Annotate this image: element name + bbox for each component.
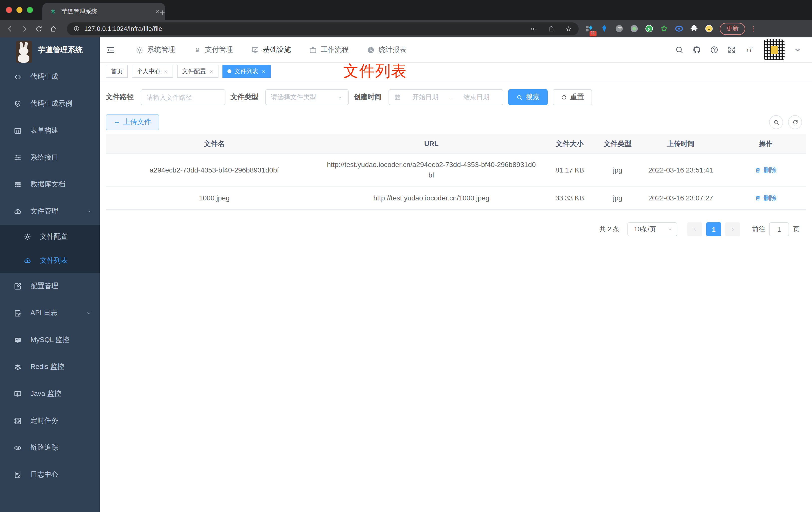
pagination-total: 共 2 条 <box>599 225 619 234</box>
next-page-button[interactable] <box>725 222 740 236</box>
sidebar-item-tracing[interactable]: 链路追踪 <box>0 434 100 461</box>
sidebar-item-code-generation[interactable]: 代码生成 <box>0 63 100 90</box>
sidebar: 芋道管理系统 代码生成 代码生成示例 表单构建 系统接口 <box>0 37 100 512</box>
svg-text:¥: ¥ <box>196 47 200 53</box>
sidebar-item-db-doc[interactable]: 数据库文档 <box>0 171 100 198</box>
extensions-puzzle-icon[interactable] <box>689 24 699 33</box>
app-logo-row[interactable]: 芋道管理系统 <box>0 37 100 62</box>
tag-close-icon[interactable] <box>261 69 266 73</box>
sidebar-item-file-management[interactable]: 文件管理 <box>0 198 100 225</box>
tag-file-list[interactable]: 文件列表 <box>223 65 271 78</box>
chevron-right-icon <box>730 226 736 232</box>
window-zoom-button[interactable] <box>27 7 33 13</box>
browser-menu-icon[interactable] <box>749 25 757 33</box>
home-button[interactable] <box>49 25 57 33</box>
sidebar-item-redis-monitor[interactable]: Redis 监控 <box>0 354 100 381</box>
site-info-icon[interactable] <box>73 25 80 32</box>
sidebar-item-log-center[interactable]: 日志中心 <box>0 461 100 488</box>
top-nav-label: 基础设施 <box>263 46 291 54</box>
extension-grid-icon[interactable]: 11 <box>585 24 594 33</box>
sidebar-item-mysql-monitor[interactable]: MySQL 监控 <box>0 327 100 354</box>
plus-icon <box>114 119 120 125</box>
github-icon[interactable] <box>692 46 701 54</box>
browser-tab[interactable]: 芋道管理系统 <box>42 3 165 20</box>
top-nav-workflow[interactable]: 工作流程 <box>309 46 349 54</box>
tag-file-config[interactable]: 文件配置 <box>177 65 219 78</box>
window-minimize-button[interactable] <box>17 7 23 13</box>
eye-icon <box>13 444 22 452</box>
header-actions: tT <box>675 39 802 60</box>
forward-button[interactable] <box>21 25 28 33</box>
delete-button[interactable]: 删除 <box>755 165 777 175</box>
help-icon[interactable] <box>710 46 719 54</box>
sidebar-item-label: 定时任务 <box>30 416 58 425</box>
tag-close-icon[interactable] <box>209 69 213 73</box>
toggle-search-button[interactable] <box>769 115 783 129</box>
share-icon[interactable] <box>548 25 555 32</box>
page-size-select[interactable]: 10条/页 <box>628 222 677 236</box>
url-text[interactable]: 127.0.0.1:1024/infra/file/file <box>84 25 520 32</box>
reset-button[interactable]: 重置 <box>553 89 592 105</box>
extension-gray-dot-icon[interactable] <box>630 24 639 33</box>
delete-button[interactable]: 删除 <box>755 193 777 203</box>
extension-y-icon[interactable]: y <box>644 24 654 33</box>
sidebar-collapse-icon[interactable] <box>106 45 115 55</box>
sidebar-item-scheduled-tasks[interactable]: 定时任务 <box>0 407 100 434</box>
new-tab-button[interactable] <box>158 9 166 17</box>
address-bar[interactable]: 127.0.0.1:1024/infra/file/file <box>67 22 579 35</box>
top-nav-system[interactable]: 系统管理 <box>135 46 175 54</box>
reset-button-label: 重置 <box>570 93 584 102</box>
avatar-qr-image[interactable] <box>764 39 785 60</box>
select-placeholder: 请选择文件类型 <box>271 93 337 102</box>
sidebar-item-label: 配置管理 <box>30 282 58 291</box>
window-close-button[interactable] <box>6 7 12 13</box>
cell-type: jpg <box>600 187 636 209</box>
extension-command-icon[interactable]: ⌘ <box>614 24 624 33</box>
file-path-input[interactable] <box>141 89 226 105</box>
goto-page-input[interactable] <box>769 222 789 236</box>
file-type-select[interactable]: 请选择文件类型 <box>265 89 349 105</box>
gear-icon <box>24 233 31 241</box>
font-size-icon[interactable]: tT <box>745 46 754 54</box>
sidebar-item-api-log[interactable]: API 日志 <box>0 300 100 327</box>
fullscreen-icon[interactable] <box>727 46 736 54</box>
tab-favicon-plant-icon <box>49 8 57 15</box>
sidebar-item-code-gen-example[interactable]: 代码生成示例 <box>0 90 100 117</box>
extension-kite-icon[interactable] <box>600 24 609 33</box>
svg-text:t: t <box>747 48 748 53</box>
sidebar-item-system-api[interactable]: 系统接口 <box>0 144 100 171</box>
chevron-down-icon[interactable] <box>793 46 802 54</box>
extension-eye-icon[interactable] <box>674 24 684 33</box>
col-header-time: 上传时间 <box>636 138 725 149</box>
screenshot-root: 芋道管理系统 127.0.0.1:1024/infra/file/file 11… <box>0 0 812 512</box>
create-time-range-picker[interactable]: 开始日期 - 结束日期 <box>388 89 503 105</box>
tag-profile[interactable]: 个人中心 <box>132 65 173 78</box>
edit-note-icon <box>13 309 22 317</box>
back-button[interactable] <box>6 25 14 33</box>
cell-size: 33.33 KB <box>540 187 600 209</box>
extension-emoji-icon[interactable] <box>704 24 714 33</box>
reload-button[interactable] <box>35 25 43 33</box>
tag-close-icon[interactable] <box>164 69 168 73</box>
tag-home[interactable]: 首页 <box>106 65 128 78</box>
sidebar-item-file-config[interactable]: 文件配置 <box>0 225 100 249</box>
sidebar-item-file-list[interactable]: 文件列表 <box>0 249 100 273</box>
sidebar-item-config-management[interactable]: 配置管理 <box>0 273 100 300</box>
extension-badge: 11 <box>589 31 597 36</box>
top-nav-payment[interactable]: ¥ 支付管理 <box>193 46 233 54</box>
page-number-button[interactable]: 1 <box>706 222 721 236</box>
sidebar-item-form-builder[interactable]: 表单构建 <box>0 117 100 144</box>
prev-page-button[interactable] <box>687 222 702 236</box>
extension-green-star-icon[interactable] <box>659 24 669 33</box>
search-button[interactable]: 搜索 <box>508 89 548 105</box>
bookmark-star-icon[interactable] <box>565 25 572 32</box>
sidebar-item-label: 数据库文档 <box>30 180 65 189</box>
refresh-table-button[interactable] <box>788 115 802 129</box>
top-nav-infrastructure[interactable]: 基础设施 <box>251 46 291 54</box>
search-icon[interactable] <box>675 46 684 54</box>
password-key-icon[interactable] <box>530 25 537 32</box>
sidebar-item-java-monitor[interactable]: Java 监控 <box>0 381 100 407</box>
top-nav-reports[interactable]: 统计报表 <box>367 46 406 54</box>
upload-file-button[interactable]: 上传文件 <box>106 114 159 130</box>
browser-update-button[interactable]: 更新 <box>720 23 745 35</box>
